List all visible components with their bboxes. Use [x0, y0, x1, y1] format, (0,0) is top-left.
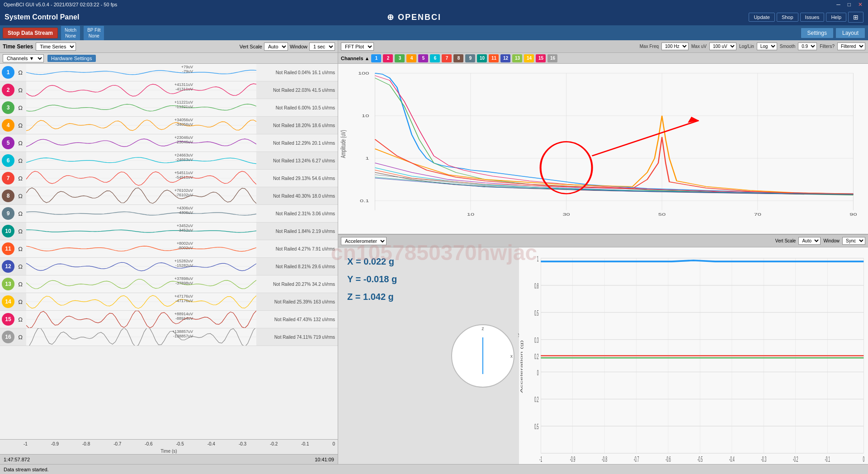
channel-row-14: 14 Ω +47176uV -47176uV Not Railed 25.39%…: [0, 293, 338, 311]
settings-button[interactable]: Settings: [801, 28, 834, 38]
fft-ch-btn-16[interactable]: 16: [547, 54, 557, 62]
ch-top-9: +4306uV: [177, 206, 193, 210]
ts-title-dropdown[interactable]: Time Series: [36, 43, 76, 51]
ch-graph-9: +4306uV -4306uV: [26, 205, 256, 222]
time-series-panel: Time Series Time Series Vert Scale Auto …: [0, 40, 338, 464]
ch-values-8: +76102uV -76102uV: [175, 188, 193, 197]
accel-vert-scale-dropdown[interactable]: Auto: [798, 237, 821, 245]
ch-values-1: +79uV -79uV: [181, 65, 193, 74]
accel-plot-area: 1 0.8 0.5 0.3 0.2 0 0.2 0.5 Acceleration…: [519, 247, 868, 464]
fft-ch-btn-9[interactable]: 9: [465, 54, 475, 62]
ch-num-8: 8: [2, 190, 14, 202]
right-panel: FFT Plot Max Freq 100 Hz Max uV 100 uV L…: [338, 40, 868, 464]
fft-ch-btn-10[interactable]: 10: [477, 54, 487, 62]
ch-bot-6: -24663uV: [175, 157, 193, 162]
fft-ch-btn-3[interactable]: 3: [395, 54, 405, 62]
stop-data-stream-button[interactable]: Stop Data Stream: [3, 28, 58, 38]
fft-ch-btn-5[interactable]: 5: [418, 54, 428, 62]
close-btn[interactable]: ✕: [856, 1, 864, 8]
minimize-btn[interactable]: ─: [835, 1, 842, 8]
time-label: -0.9: [51, 441, 59, 446]
ch-top-11: +8002uV: [177, 241, 193, 246]
ch-svg-4: [26, 117, 256, 134]
accel-window-dropdown[interactable]: Sync: [842, 237, 865, 245]
vert-scale-dropdown[interactable]: Auto: [264, 43, 288, 51]
max-freq-dropdown[interactable]: 100 Hz: [661, 43, 689, 50]
fft-title-dropdown[interactable]: FFT Plot: [341, 43, 374, 51]
help-button[interactable]: Help: [826, 13, 846, 22]
svg-text:0.5: 0.5: [534, 308, 538, 318]
ch-num-11: 11: [2, 242, 14, 255]
accel-3d-circle: z y x: [451, 324, 514, 388]
ch-omega-1: Ω: [16, 69, 25, 76]
fft-ch-btn-2[interactable]: 2: [383, 54, 393, 62]
ch-num-3: 3: [2, 101, 14, 114]
ch-top-2: +41311uV: [175, 82, 193, 87]
fft-ch-btn-15[interactable]: 15: [536, 54, 546, 62]
notch-control[interactable]: Notch None: [61, 25, 80, 41]
fft-ch-btn-13[interactable]: 13: [512, 54, 522, 62]
window-controls: ─ □ ✕: [835, 1, 864, 8]
ch-omega-11: Ω: [16, 246, 25, 252]
fft-ch-btn-11[interactable]: 11: [489, 54, 499, 62]
log-lin-dropdown[interactable]: Log: [757, 43, 777, 50]
channel-row-15: 15 Ω +88914uV -88914uV Not Railed 47.43%…: [0, 311, 338, 328]
ch-graph-6: +24663uV -24663uV: [26, 152, 256, 169]
hardware-settings-button[interactable]: Hardware Settings: [47, 55, 96, 62]
ch-values-15: +88914uV -88914uV: [175, 312, 193, 321]
time-label: -0.1: [301, 441, 309, 446]
channel-row-4: 4 Ω +34056uV -34056uV Not Railed 18.20% …: [0, 117, 338, 134]
ch-omega-6: Ω: [16, 157, 25, 164]
svg-text:-0.4: -0.4: [729, 455, 735, 464]
channel-row-13: 13 Ω +37898uV -37898uV Not Railed 20.27%…: [0, 275, 338, 293]
accel-vert-scale-label: Vert Scale: [775, 238, 796, 243]
fft-ch-btn-8[interactable]: 8: [453, 54, 463, 62]
max-freq-label: Max Freq: [640, 44, 659, 49]
channels-dropdown[interactable]: Channels ▼: [3, 54, 44, 62]
ch-omega-2: Ω: [16, 87, 25, 94]
accel-header: Accelerometer Vert Scale Auto Window Syn…: [338, 235, 868, 247]
fft-ch-btn-4[interactable]: 4: [406, 54, 416, 62]
ch-svg-7: [26, 170, 256, 187]
ch-svg-8: [26, 187, 256, 204]
accel-title-dropdown[interactable]: Accelerometer: [341, 237, 387, 245]
ch-num-4: 4: [2, 119, 14, 132]
window-dropdown[interactable]: 1 sec: [309, 43, 335, 51]
update-button[interactable]: Update: [749, 13, 774, 22]
filters-dropdown[interactable]: Filtered: [837, 43, 865, 50]
ch-top-7: +54511uV: [175, 171, 193, 175]
svg-text:-0.8: -0.8: [602, 455, 607, 464]
ch-status-1: Not Railed 0.04% 16.1 uVrms: [256, 70, 338, 75]
accelerometer-section: Accelerometer Vert Scale Auto Window Syn…: [338, 235, 868, 464]
ch-svg-6: [26, 152, 256, 169]
layout-button[interactable]: Layout: [835, 28, 865, 38]
time-label: 0: [332, 441, 335, 446]
fft-ch-btn-6[interactable]: 6: [430, 54, 440, 62]
fft-ch-btn-1[interactable]: 1: [371, 54, 381, 62]
ch-bot-14: -47176uV: [175, 299, 193, 303]
bp-filt-control[interactable]: BP Filt None: [83, 25, 104, 41]
ch-bot-1: -79uV: [182, 69, 193, 74]
fft-ch-btn-7[interactable]: 7: [442, 54, 452, 62]
filters-label: Filters?: [820, 44, 835, 49]
ch-bot-12: -15282uV: [175, 263, 193, 268]
layout-icon-button[interactable]: ⊞: [848, 12, 863, 23]
ch-svg-14: [26, 293, 256, 310]
smooth-dropdown[interactable]: 0.9: [798, 43, 817, 50]
ch-graph-8: +76102uV -76102uV: [26, 187, 256, 204]
ch-top-8: +76102uV: [175, 188, 193, 193]
issues-button[interactable]: Issues: [800, 13, 825, 22]
channel-row-8: 8 Ω +76102uV -76102uV Not Railed 40.30% …: [0, 187, 338, 205]
notch-label: Notch: [65, 27, 76, 33]
maximize-btn[interactable]: □: [846, 1, 853, 8]
shop-button[interactable]: Shop: [777, 13, 798, 22]
fft-ch-btn-12[interactable]: 12: [500, 54, 510, 62]
ch-values-13: +37898uV -37898uV: [175, 276, 193, 285]
ch-omega-7: Ω: [16, 175, 25, 182]
max-uv-dropdown[interactable]: 100 uV: [709, 43, 736, 50]
svg-text:50: 50: [658, 212, 665, 217]
ch-values-16: +138857uV -138857uV: [172, 329, 193, 338]
ch-status-12: Not Railed 8.21% 29.6 uVrms: [256, 264, 338, 269]
fft-ch-btn-14[interactable]: 14: [524, 54, 534, 62]
ch-svg-2: [26, 81, 256, 99]
